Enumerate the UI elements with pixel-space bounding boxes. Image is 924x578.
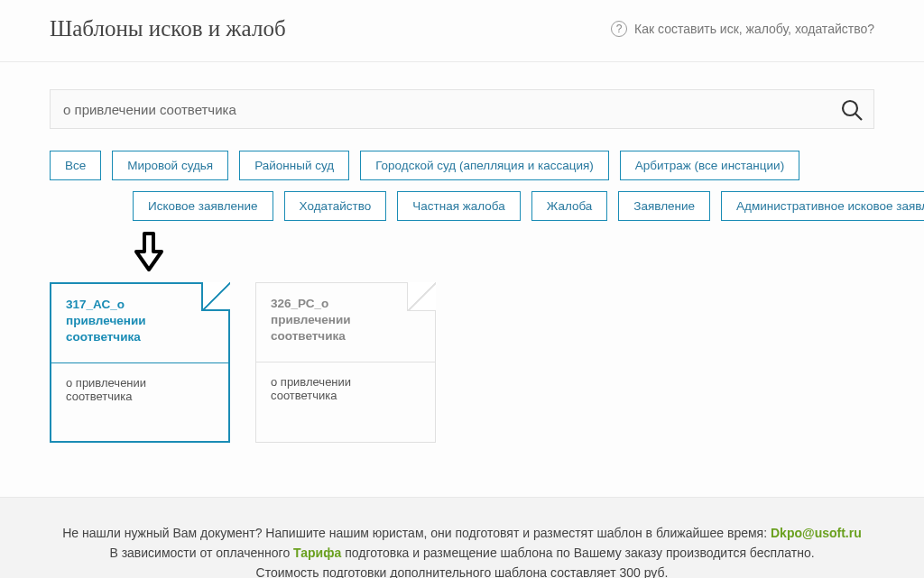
- doc-card-326[interactable]: 326_РС_о привлечении соответчика о привл…: [255, 282, 436, 443]
- filter-chastnaya[interactable]: Частная жалоба: [397, 191, 520, 221]
- search-icon[interactable]: [839, 97, 864, 126]
- filter-zhaloba[interactable]: Жалоба: [531, 191, 608, 221]
- footer: Не нашли нужный Вам документ? Напишите н…: [0, 498, 924, 578]
- svg-point-0: [843, 101, 857, 115]
- svg-line-1: [855, 114, 862, 120]
- filter-row-courts: Все Мировой судья Районный суд Городской…: [50, 151, 874, 180]
- results-row: 317_АС_о привлечении соответчика о привл…: [50, 277, 874, 497]
- filter-iskovoe[interactable]: Исковое заявление: [133, 191, 273, 221]
- search-input[interactable]: о привлечении соответчика: [50, 89, 874, 129]
- filter-arbitrazh[interactable]: Арбитраж (все инстанции): [620, 151, 799, 180]
- card-title: 317_АС_о привлечении соответчика: [66, 297, 174, 346]
- search-value: о привлечении соответчика: [63, 102, 828, 117]
- filter-group: Все Мировой судья Районный суд Городской…: [50, 151, 874, 221]
- footer-line1: Не нашли нужный Вам документ? Напишите н…: [36, 523, 888, 543]
- card-desc: о привлечении соответчика: [256, 362, 435, 440]
- footer-line3: Стоимость подготовки дополнительного шаб…: [36, 563, 888, 578]
- card-header: 326_РС_о привлечении соответчика: [256, 283, 435, 362]
- help-link[interactable]: ? Как составить иск, жалобу, ходатайство…: [611, 21, 874, 37]
- filter-admin-iskovoe[interactable]: Административное исковое заявление: [721, 191, 924, 221]
- filter-row-types: Исковое заявление Ходатайство Частная жа…: [133, 191, 874, 221]
- help-link-label: Как составить иск, жалобу, ходатайство?: [634, 22, 874, 36]
- doc-card-317[interactable]: 317_АС_о привлечении соответчика о привл…: [50, 282, 230, 443]
- footer-email[interactable]: Dkpo@usoft.ru: [771, 526, 862, 540]
- filter-hodataystvo[interactable]: Ходатайство: [284, 191, 387, 221]
- filter-zayavlenie[interactable]: Заявление: [618, 191, 710, 221]
- page-header: Шаблоны исков и жалоб ? Как составить ис…: [0, 0, 924, 62]
- page-title: Шаблоны исков и жалоб: [50, 16, 286, 41]
- card-header: 317_АС_о привлечении соответчика: [51, 284, 228, 363]
- question-icon: ?: [611, 21, 627, 37]
- filter-all[interactable]: Все: [50, 151, 101, 180]
- page-fold-icon: [407, 282, 436, 311]
- arrow-down-icon: [131, 232, 874, 277]
- filter-rayonny[interactable]: Районный суд: [239, 151, 349, 180]
- page-fold-icon: [201, 282, 230, 311]
- card-title: 326_РС_о привлечении соответчика: [271, 296, 379, 345]
- filter-gorodskoy[interactable]: Городской суд (апелляция и кассация): [360, 151, 609, 180]
- footer-line2: В зависимости от оплаченного Тарифа подг…: [36, 543, 888, 563]
- content-area: о привлечении соответчика Все Мировой су…: [0, 62, 924, 498]
- card-desc: о привлечении соответчика: [51, 363, 228, 441]
- filter-mirovoy[interactable]: Мировой судья: [112, 151, 228, 180]
- tariff-link[interactable]: Тарифа: [293, 546, 341, 560]
